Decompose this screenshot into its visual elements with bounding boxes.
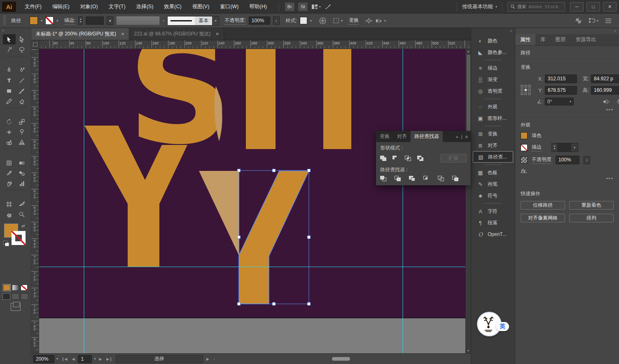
tool-shaper[interactable] bbox=[3, 96, 16, 106]
pathfinder-tab-2[interactable]: 路径查找器 bbox=[411, 131, 443, 142]
letter-bar-1[interactable] bbox=[246, 49, 276, 149]
reference-point-grid-icon[interactable] bbox=[521, 85, 531, 96]
opacity-label[interactable]: 不透明度: bbox=[224, 17, 245, 25]
select-similar-objects-button[interactable]: ▾ bbox=[333, 18, 343, 24]
panel-button-symbols[interactable]: ♣符号 bbox=[473, 190, 513, 201]
minus-front-button[interactable] bbox=[392, 156, 399, 161]
recolor-artwork-icon[interactable] bbox=[319, 17, 327, 25]
fill-swatch[interactable] bbox=[521, 132, 528, 139]
stroke-indicator-none[interactable] bbox=[12, 231, 26, 245]
quick-action-0[interactable]: 位移路径 bbox=[521, 201, 565, 210]
canvas[interactable]: S bbox=[39, 49, 465, 353]
menu-item-3[interactable]: 文字(T) bbox=[103, 0, 131, 14]
panel-button-pathfinder[interactable]: ▧路径查... bbox=[473, 151, 513, 163]
zoom-level-field[interactable]: 200% bbox=[33, 355, 54, 363]
panel-menu-icon[interactable]: ≡ bbox=[465, 134, 468, 139]
close-icon[interactable]: ✕ bbox=[216, 32, 219, 36]
flip-horizontal-icon[interactable] bbox=[602, 99, 610, 105]
outline-button[interactable] bbox=[438, 176, 444, 181]
toolbar-collapse-icon[interactable]: « bbox=[0, 28, 31, 34]
panel-button-graphic-styles[interactable]: ▣图形样... bbox=[473, 112, 513, 124]
artboard-dropdown-icon[interactable]: ▾ bbox=[94, 357, 96, 361]
menu-item-2[interactable]: 对象(O) bbox=[75, 0, 103, 14]
tool-artboard[interactable] bbox=[3, 199, 16, 209]
document-tab-1[interactable]: 222.ai @ 66.67% (RGB/GPU 预览)✕ bbox=[129, 28, 224, 40]
panel-button-opentype[interactable]: OOpenT... bbox=[473, 229, 513, 240]
panel-button-transform[interactable]: ⊞变换 bbox=[473, 128, 513, 140]
swap-fill-stroke-icon[interactable]: ⇄ bbox=[21, 224, 25, 228]
rocket-icon[interactable] bbox=[325, 4, 332, 10]
stroke-color-swatch[interactable] bbox=[45, 16, 54, 25]
quick-action-2[interactable]: 对齐像素网格 bbox=[521, 214, 565, 222]
menu-item-1[interactable]: 编辑(E) bbox=[47, 0, 75, 14]
fill-label[interactable]: 填色 bbox=[532, 132, 542, 139]
fill-color-swatch[interactable] bbox=[30, 16, 38, 25]
tool-pen[interactable] bbox=[3, 65, 16, 75]
stroke-label[interactable]: 描边 bbox=[532, 144, 542, 152]
tool-type[interactable]: T bbox=[3, 75, 16, 86]
menu-item-5[interactable]: 效果(C) bbox=[159, 0, 187, 14]
flip-vertical-icon[interactable] bbox=[616, 99, 619, 105]
tool-gradient[interactable] bbox=[16, 158, 28, 168]
properties-tab-2[interactable]: 图层 bbox=[551, 34, 571, 45]
vertical-scrollbar[interactable]: ▲ ▼ bbox=[465, 49, 471, 353]
pathfinder-tab-0[interactable]: 变换 bbox=[376, 131, 393, 142]
paint-color-button[interactable] bbox=[3, 285, 10, 291]
rotation-dropdown[interactable]: 0° ▾ bbox=[545, 98, 574, 105]
panel-grip[interactable] bbox=[3, 16, 6, 26]
properties-tab-1[interactable]: 库 bbox=[535, 34, 551, 45]
panel-button-paragraph[interactable]: ¶段落 bbox=[473, 217, 513, 229]
close-icon[interactable]: ✕ bbox=[121, 32, 124, 36]
brush-definition-dropdown[interactable]: 基本 ▾ bbox=[167, 16, 219, 26]
menu-list-icon[interactable] bbox=[605, 18, 612, 23]
tool-hand[interactable] bbox=[3, 209, 16, 219]
height-field[interactable]: 160.999 bbox=[591, 86, 619, 95]
stroke-weight-dropdown[interactable]: ▾ bbox=[107, 16, 113, 25]
zoom-dropdown-icon[interactable]: ▾ bbox=[56, 357, 58, 361]
stroke-weight-value[interactable] bbox=[86, 16, 104, 25]
maximize-button[interactable]: □ bbox=[586, 2, 600, 12]
tool-rectangle[interactable] bbox=[3, 86, 16, 96]
intersect-button[interactable] bbox=[405, 156, 411, 161]
more-options-icon[interactable]: ••• bbox=[521, 107, 614, 113]
tool-width[interactable] bbox=[3, 127, 16, 137]
scroll-down-icon[interactable]: ▼ bbox=[466, 348, 471, 353]
distribute-objects-button[interactable]: ▾ bbox=[376, 18, 386, 24]
panel-button-character[interactable]: A字符 bbox=[473, 205, 513, 217]
letter-bar-2[interactable] bbox=[323, 49, 351, 149]
x-field[interactable]: 312.015 bbox=[545, 75, 577, 83]
panel-button-appearance[interactable]: ◌外观 bbox=[473, 101, 513, 112]
minus-back-button[interactable] bbox=[452, 176, 458, 181]
minimize-button[interactable]: ─ bbox=[570, 2, 584, 12]
panel-button-swatches[interactable]: ▦色板 bbox=[473, 167, 513, 178]
panel-collapse-icon[interactable]: » bbox=[515, 28, 619, 34]
last-artboard-button[interactable]: ▶❙ bbox=[105, 357, 113, 361]
opacity-value[interactable]: 100% bbox=[249, 16, 270, 25]
style-swatch[interactable] bbox=[300, 17, 307, 24]
tool-puppet-warp[interactable] bbox=[16, 127, 28, 137]
crop-button[interactable] bbox=[423, 176, 430, 181]
document-setup-button[interactable]: ▾ bbox=[589, 17, 598, 24]
opacity-field[interactable]: 100% bbox=[556, 156, 579, 164]
draw-inside-button[interactable] bbox=[21, 293, 28, 300]
tool-lasso[interactable] bbox=[16, 44, 28, 55]
stock-search-input[interactable]: 搜索 Adobe Stock bbox=[507, 2, 565, 12]
scroll-up-icon[interactable]: ▲ bbox=[466, 49, 471, 54]
draw-behind-button[interactable] bbox=[12, 293, 19, 300]
trim-button[interactable] bbox=[395, 176, 401, 181]
close-button[interactable]: ✕ bbox=[603, 2, 617, 12]
menu-item-0[interactable]: 文件(F) bbox=[19, 0, 47, 14]
tool-selection[interactable] bbox=[3, 34, 16, 44]
chevron-down-icon[interactable]: ▾ bbox=[56, 19, 58, 23]
document-tab-0[interactable]: 未标题-1* @ 200% (RGB/GPU 预览)✕ bbox=[31, 28, 129, 40]
menu-item-7[interactable]: 窗口(W) bbox=[215, 0, 244, 14]
panel-button-brushes[interactable]: ✎画笔 bbox=[473, 178, 513, 190]
panel-button-color-guide[interactable]: ◣颜色参... bbox=[473, 47, 513, 58]
pathfinder-tab-1[interactable]: 对齐 bbox=[393, 131, 411, 142]
tool-scale[interactable] bbox=[16, 117, 28, 127]
tool-paintbrush[interactable] bbox=[16, 86, 28, 96]
ruler-origin-corner[interactable] bbox=[31, 40, 39, 49]
menu-item-4[interactable]: 选择(S) bbox=[131, 0, 159, 14]
stroke-swatch-none[interactable] bbox=[521, 144, 528, 151]
tool-rotate[interactable] bbox=[3, 117, 16, 127]
